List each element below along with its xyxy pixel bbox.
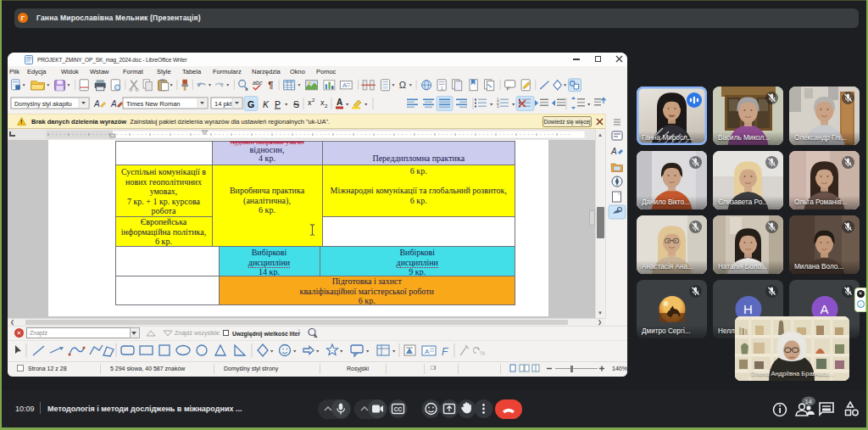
svg-text:%: % [480,350,485,356]
svg-text:A: A [610,147,617,156]
svg-text:Domyślny styl akapitu: Domyślny styl akapitu [14,101,72,108]
svg-text:14: 14 [805,398,812,405]
svg-text:3.: 3. [497,104,500,109]
svg-text:S: S [293,99,299,109]
svg-text:2: 2 [325,103,328,109]
svg-text:A: A [425,348,430,355]
svg-text:d: d [314,333,316,338]
svg-text:¶: ¶ [268,80,273,90]
svg-text:abc: abc [253,79,263,87]
svg-text:P: P [275,99,281,109]
svg-text:Ω: Ω [399,80,406,90]
svg-text:F: F [442,346,448,358]
svg-text:Times New Roman: Times New Roman [126,100,181,108]
svg-text:!: ! [20,118,22,126]
svg-text:A: A [93,99,100,109]
svg-text:K: K [263,99,270,109]
svg-text:A: A [110,99,117,109]
svg-text:CC: CC [394,406,403,412]
svg-text:2: 2 [312,98,315,103]
svg-text:A: A [342,81,347,89]
svg-text:1: 1 [441,86,443,91]
svg-text:a: a [245,87,248,92]
svg-text:A: A [337,98,342,107]
svg-text:G: G [248,99,254,109]
svg-text:14 pkt: 14 pkt [214,100,232,108]
